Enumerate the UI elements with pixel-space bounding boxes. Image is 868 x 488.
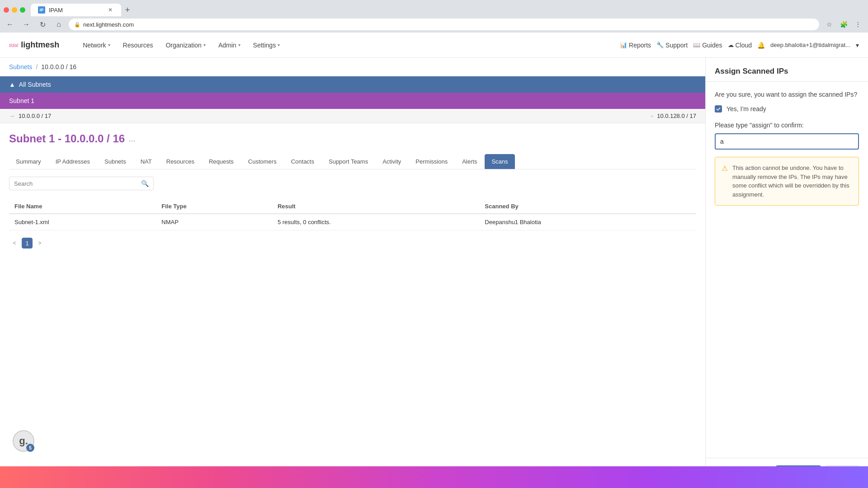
nav-notifications[interactable]: 🔔 [757, 42, 765, 49]
prev-page-button[interactable]: < [9, 238, 20, 249]
breadcrumb-current: 10.0.0.0 / 16 [41, 63, 76, 70]
col-result: Result [272, 199, 479, 214]
tab-favicon: IP [38, 6, 45, 14]
tab-label: IPAM [49, 7, 63, 14]
settings-caret: ▾ [278, 42, 280, 47]
subnet1-label: Subnet 1 [9, 97, 34, 104]
close-dot[interactable] [4, 7, 9, 13]
bell-icon: 🔔 [757, 42, 765, 49]
bookmark-button[interactable]: ☆ [823, 18, 835, 31]
browser-tab[interactable]: IP IPAM ✕ [31, 4, 121, 16]
logo-lightmesh: lightmesh [21, 40, 59, 50]
tab-requests[interactable]: Requests [202, 154, 241, 169]
avatar[interactable]: g. 5 [13, 430, 34, 452]
app: tidal lightmesh Network ▾ Resources Orga… [0, 33, 868, 488]
checkbox-row: Yes, I'm ready [715, 105, 859, 113]
all-subnets-item[interactable]: ▲ All Subnets [0, 76, 705, 93]
right-panel-title: Assign Scanned IPs [715, 67, 859, 76]
address-bar[interactable]: 🔒 next.lightmesh.com [69, 19, 819, 30]
browser-toolbar: ← → ↻ ⌂ 🔒 next.lightmesh.com ☆ 🧩 ⋮ [0, 16, 868, 33]
cell-result: 5 results, 0 conflicts. [272, 214, 479, 230]
logo: tidal lightmesh [9, 40, 59, 50]
subnet-title: Subnet 1 - 10.0.0.0 / 16 [9, 132, 125, 145]
tab-ip-addresses[interactable]: IP Addresses [49, 154, 97, 169]
support-icon: 🔧 [656, 42, 664, 48]
nav-menu: Network ▾ Resources Organization ▾ Admin… [77, 39, 609, 52]
search-input[interactable] [14, 180, 137, 187]
organization-caret: ▾ [203, 42, 206, 47]
right-panel-body: Are you sure, you want to assign the sca… [706, 82, 868, 458]
yes-checkbox[interactable] [715, 105, 722, 113]
avatar-badge: 5 [26, 444, 34, 452]
nav-reports[interactable]: 📊 Reports [620, 42, 651, 49]
expand-icon: + [651, 113, 653, 119]
search-icon: 🔍 [141, 180, 149, 187]
minimize-dot[interactable] [12, 7, 17, 13]
col-scanned-by: Scanned By [479, 199, 696, 214]
tab-permissions[interactable]: Permissions [409, 154, 454, 169]
tab-nat[interactable]: NAT [134, 154, 159, 169]
reports-chart-icon: 📊 [620, 42, 627, 48]
all-subnets-label: All Subnets [19, 81, 51, 88]
extension-button[interactable]: 🧩 [837, 18, 850, 31]
right-panel-header: Assign Scanned IPs [706, 58, 868, 82]
subnet1-item[interactable]: Subnet 1 [0, 93, 705, 109]
tabs-bar: Summary IP Addresses Subnets NAT Resourc… [9, 154, 696, 169]
confirm-question: Are you sure, you want to assign the sca… [715, 91, 859, 98]
browser-tabs-bar: IP IPAM ✕ + [0, 0, 868, 16]
breadcrumb-parent-link[interactable]: Subnets [9, 63, 32, 70]
nav-organization[interactable]: Organization ▾ [160, 39, 211, 52]
right-panel: Assign Scanned IPs Are you sure, you wan… [705, 58, 868, 488]
warning-box: ⚠ This action cannot be undone. You have… [715, 157, 859, 206]
cell-file-type: NMAP [156, 214, 272, 230]
main-wrapper: Subnets / 10.0.0.0 / 16 ▲ All Subnets Su… [0, 58, 868, 488]
nav-user[interactable]: deep.bhalotia+1@tidalmigrat... [770, 42, 850, 48]
guides-icon: 📖 [693, 42, 700, 48]
home-button[interactable]: ⌂ [52, 18, 65, 31]
tab-customers[interactable]: Customers [241, 154, 283, 169]
tab-summary[interactable]: Summary [9, 154, 48, 169]
bottom-gradient-bar [0, 466, 868, 488]
subnet-content: Subnet 1 - 10.0.0.0 / 16 ... Summary IP … [0, 123, 705, 488]
tab-contacts[interactable]: Contacts [284, 154, 321, 169]
top-nav: tidal lightmesh Network ▾ Resources Orga… [0, 33, 868, 58]
breadcrumb-separator: / [36, 63, 38, 70]
maximize-dot[interactable] [20, 7, 25, 13]
new-tab-button[interactable]: + [121, 4, 134, 16]
lock-icon: 🔒 [74, 22, 80, 28]
cloud-icon: ☁ [728, 42, 734, 48]
nav-settings[interactable]: Settings ▾ [248, 39, 286, 52]
confirm-type-input[interactable] [715, 133, 859, 150]
back-button[interactable]: ← [4, 18, 16, 31]
reload-button[interactable]: ↻ [36, 18, 49, 31]
left-panel: Subnets / 10.0.0.0 / 16 ▲ All Subnets Su… [0, 58, 705, 488]
nav-user-caret[interactable]: ▾ [856, 42, 859, 49]
next-page-button[interactable]: > [34, 238, 45, 249]
tab-subnets[interactable]: Subnets [98, 154, 133, 169]
admin-caret: ▾ [238, 42, 241, 47]
logo-tidal: tidal [9, 42, 18, 48]
nav-admin[interactable]: Admin ▾ [213, 39, 246, 52]
nav-guides[interactable]: 📖 Guides [693, 42, 722, 49]
page-1-button[interactable]: 1 [22, 238, 33, 249]
traffic-lights [4, 7, 25, 13]
tab-resources[interactable]: Resources [160, 154, 201, 169]
subnet-child-1[interactable]: → 10.0.0.0 / 17 + 10.0.128.0 / 17 [0, 109, 705, 123]
tab-close-button[interactable]: ✕ [107, 6, 114, 14]
tab-scans[interactable]: Scans [485, 154, 514, 169]
table-row: Subnet-1.xml NMAP 5 results, 0 conflicts… [9, 214, 696, 230]
warning-icon: ⚠ [722, 164, 728, 199]
menu-button[interactable]: ⋮ [852, 18, 864, 31]
tab-activity[interactable]: Activity [376, 154, 408, 169]
forward-button[interactable]: → [20, 18, 33, 31]
nav-network[interactable]: Network ▾ [77, 39, 115, 52]
subnet-options-button[interactable]: ... [128, 134, 135, 144]
nav-cloud[interactable]: ☁ Cloud [728, 42, 752, 49]
tab-alerts[interactable]: Alerts [455, 154, 484, 169]
pagination: < 1 > [9, 238, 696, 249]
child-arrow-icon: → [9, 113, 15, 119]
nav-resources[interactable]: Resources [118, 39, 159, 52]
warning-text: This action cannot be undone. You have t… [732, 164, 852, 199]
nav-support[interactable]: 🔧 Support [656, 42, 688, 49]
tab-support-teams[interactable]: Support Teams [322, 154, 375, 169]
